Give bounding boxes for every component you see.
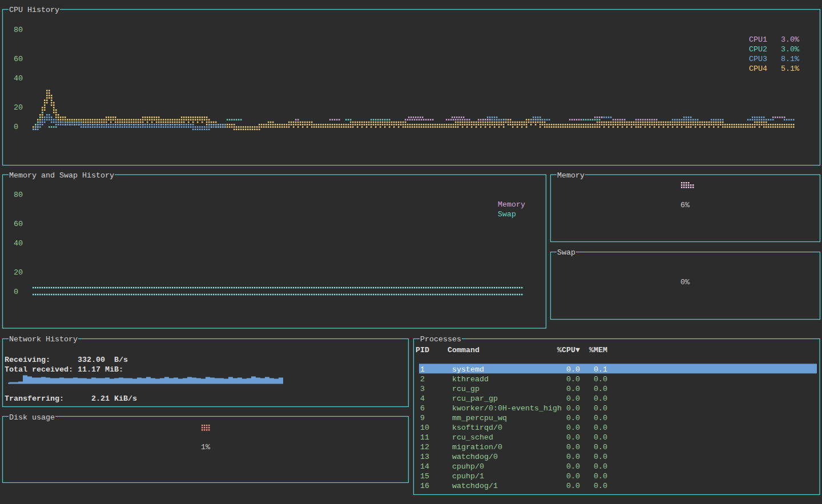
svg-text:Total received: 11.17 MiB:: Total received: 11.17 MiB: [5,365,123,374]
svg-text:60: 60 [14,220,23,228]
svg-text:CPU History: CPU History [9,6,59,14]
svg-text:0%: 0% [680,278,690,287]
svg-text:60: 60 [14,55,23,63]
svg-text:0.0: 0.0 [594,482,607,490]
svg-text:Processes: Processes [420,335,461,344]
svg-text:1%: 1% [201,443,210,451]
svg-text:10: 10 [420,424,429,432]
svg-text:Transferring: 2.21 KiB/s: Transferring: 2.21 KiB/s [5,394,137,403]
svg-text:0.0: 0.0 [594,462,607,471]
svg-text:0.0: 0.0 [566,424,580,432]
svg-text:0.0: 0.0 [594,424,607,432]
svg-text:0.0: 0.0 [566,375,580,384]
svg-text:0.0: 0.0 [566,394,580,403]
svg-text:0.0: 0.0 [594,433,607,442]
svg-text:12: 12 [420,443,429,451]
svg-text:mm_percpu_wq: mm_percpu_wq [452,414,507,422]
svg-text:watchdog/0: watchdog/0 [452,453,498,461]
svg-text:0.0: 0.0 [594,453,607,461]
svg-text:systemd: systemd [452,365,484,374]
svg-text:%CPU▼: %CPU▼ [557,346,580,354]
svg-text:cpuhp/0: cpuhp/0 [452,462,484,471]
svg-text:kthreadd: kthreadd [452,375,489,384]
svg-text:Disk usage: Disk usage [9,413,55,422]
svg-text:watchdog/1: watchdog/1 [452,482,498,490]
svg-text:0.0: 0.0 [566,472,580,481]
svg-text:rcu_gp: rcu_gp [452,385,480,393]
svg-text:0.0: 0.0 [566,453,580,461]
svg-text:CPU1: CPU1 [749,35,767,44]
svg-text:0.0: 0.0 [566,462,580,471]
svg-text:0.0: 0.0 [566,433,580,442]
svg-text:20: 20 [14,103,23,112]
svg-text:1: 1 [420,365,425,374]
svg-text:cpuhp/1: cpuhp/1 [452,472,484,481]
svg-text:Receiving: 332.00 B/s: Receiving: 332.00 B/s [5,356,128,364]
svg-text:0.0: 0.0 [594,414,607,422]
svg-text:0: 0 [14,288,18,296]
svg-text:PID: PID [416,346,429,354]
svg-text:Memory: Memory [557,171,585,180]
svg-text:ksoftirqd/0: ksoftirqd/0 [452,424,502,432]
svg-text:0.0: 0.0 [566,482,580,490]
svg-text:3.0%: 3.0% [781,45,799,54]
svg-text:16: 16 [420,482,429,490]
svg-text:CPU4: CPU4 [749,64,767,73]
svg-text:40: 40 [14,74,23,83]
svg-text:8.1%: 8.1% [781,55,799,63]
svg-text:0.0: 0.0 [566,365,580,374]
svg-text:5.1%: 5.1% [781,64,799,73]
svg-text:0.0: 0.0 [566,404,580,413]
svg-text:20: 20 [14,268,23,277]
svg-text:0: 0 [14,123,18,131]
svg-text:6%: 6% [680,201,690,209]
svg-text:%MEM: %MEM [589,346,607,354]
svg-text:0.0: 0.0 [566,414,580,422]
svg-text:kworker/0:0H-events_high: kworker/0:0H-events_high [452,404,562,413]
svg-text:3: 3 [420,385,425,393]
svg-text:0.0: 0.0 [594,404,607,413]
svg-text:0.0: 0.0 [566,443,580,451]
svg-text:0.0: 0.0 [594,394,607,403]
svg-text:Memory and Swap History: Memory and Swap History [9,171,114,180]
svg-text:rcu_sched: rcu_sched [452,433,493,442]
svg-text:0.0: 0.0 [594,472,607,481]
svg-text:migration/0: migration/0 [452,443,502,451]
svg-text:Network History: Network History [9,335,78,344]
svg-text:4: 4 [420,394,425,403]
svg-text:0.0: 0.0 [566,385,580,393]
svg-text:6: 6 [420,404,425,413]
svg-text:0.0: 0.0 [594,375,607,384]
svg-text:15: 15 [420,472,429,481]
svg-text:0.0: 0.0 [594,385,607,393]
svg-text:Command: Command [448,346,480,354]
svg-text:3.0%: 3.0% [781,35,799,44]
svg-text:80: 80 [14,26,23,34]
svg-text:9: 9 [420,414,425,422]
svg-text:13: 13 [420,453,429,461]
svg-text:14: 14 [420,462,429,471]
svg-text:2: 2 [420,375,425,384]
svg-text:0.0: 0.0 [594,443,607,451]
svg-text:CPU2: CPU2 [749,45,767,54]
svg-text:40: 40 [14,239,23,248]
svg-text:80: 80 [14,191,23,199]
svg-text:Swap: Swap [498,210,516,219]
svg-text:rcu_par_gp: rcu_par_gp [452,394,498,403]
svg-text:0.1: 0.1 [594,365,607,374]
svg-text:Swap: Swap [557,248,575,257]
svg-text:Memory: Memory [498,200,525,209]
svg-text:11: 11 [420,433,429,442]
svg-text:CPU3: CPU3 [749,55,767,63]
